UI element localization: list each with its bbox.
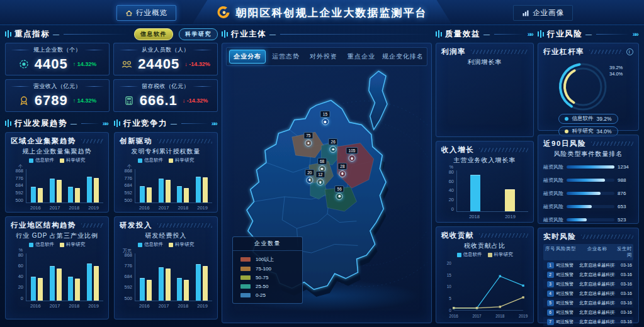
expand-more-icon[interactable]: »» (212, 119, 218, 127)
expand-more-icon[interactable]: »» (103, 119, 109, 127)
map-marker[interactable]: 75 (303, 132, 313, 147)
map-marker[interactable]: 105 (346, 147, 358, 162)
marker-value-tag: 20 (305, 169, 314, 176)
bar (147, 187, 152, 202)
table-row[interactable]: 3司法预警北京启迪卓越科技有限公司03-16 (543, 279, 633, 289)
tab-运营态势[interactable]: 运营态势 (268, 50, 303, 63)
legend-item: 信息软件 (138, 241, 163, 248)
tag-science-research[interactable]: 科学研究 (179, 28, 218, 40)
map-marker[interactable]: 12 (315, 171, 325, 186)
realtime-risk-table: 序号风险类型企业名称发生时间1司法预警北京启迪卓越科技有限公司03-162司法预… (543, 244, 633, 327)
marker-pin-icon (339, 170, 346, 177)
table-row[interactable]: 7司法预警北京启迪卓越科技有限公司03-16 (543, 317, 633, 326)
map-legend-swatch (240, 275, 251, 280)
kpi-value: 6789 (35, 92, 68, 109)
x-tick: 2018 (178, 205, 189, 211)
table-cell-no: 3 (545, 281, 556, 287)
kpi-delta: ↑ 14.32% (73, 61, 97, 67)
info-icon[interactable]: i (626, 48, 633, 55)
map-marker[interactable]: 56 (335, 186, 344, 200)
y-tick: 592 (124, 191, 132, 196)
nav-enterprise-portrait[interactable]: 企业画像 (513, 5, 573, 21)
marker-value-tag: 105 (346, 147, 358, 154)
map-marker[interactable]: 68 (317, 158, 327, 172)
expand-more-icon[interactable]: »» (528, 30, 534, 38)
legend-label: 信息软件 (463, 252, 482, 258)
nav-right-label: 企业画像 (533, 8, 564, 18)
table-row[interactable]: 4司法预警北京启迪卓越科技有限公司03-16 (543, 289, 633, 298)
bar-group (50, 179, 62, 202)
district-north-strip (369, 71, 387, 130)
table-row[interactable]: 6司法预警北京启迪卓越科技有限公司03-16 (543, 308, 633, 317)
table-row[interactable]: 2司法预警北京启迪卓越科技有限公司03-16 (543, 270, 633, 279)
gauge-legend: 信息软件39.2%科学研究34.0% (558, 114, 618, 136)
map-marker[interactable]: 28 (337, 163, 347, 177)
gear-icon (18, 58, 30, 70)
map-legend-label: 75-100 (256, 266, 271, 272)
marker-value-tag: 12 (315, 171, 325, 178)
bar-group (505, 189, 515, 211)
map-legend-label: 100以上 (256, 256, 274, 263)
hbar-row: 融资风险653 (543, 203, 633, 210)
hbar-value: 523 (618, 217, 633, 223)
marker-pin-icon (322, 118, 329, 125)
map-marker[interactable]: 15 (320, 111, 330, 125)
y-axis: 个868776684592500 (120, 169, 135, 203)
hbar-label: 融资风险 (543, 203, 563, 210)
kpi-delta-value: 14.32% (77, 97, 97, 104)
expand-more-icon[interactable]: »» (633, 30, 639, 38)
patent-chart: 发明专利累计授权数量信息软件科学研究个868776684592500201620… (120, 147, 212, 211)
key-indicators-header: 重点指标 — 信息软件 科学研究 (5, 28, 218, 40)
bar-group (31, 277, 43, 301)
gauge-legend-pill: 信息软件39.2% (558, 114, 618, 124)
table-row[interactable]: 1司法预警北京启迪卓越科技有限公司03-16 (543, 260, 633, 270)
legend-swatch (138, 158, 142, 163)
legend-label: 信息软件 (144, 157, 163, 164)
marker-pin-icon (317, 179, 324, 186)
table-cell-no: 2 (545, 272, 556, 278)
svg-text:2019: 2019 (519, 314, 528, 318)
svg-text:0: 0 (449, 308, 451, 313)
tag-info-software[interactable]: 信息软件 (134, 28, 173, 40)
tab-企业分布[interactable]: 企业分布 (229, 50, 266, 64)
x-tick: 2019 (197, 303, 208, 309)
realtime-risk-card: 实时风险 序号风险类型企业名称发生时间1司法预警北京启迪卓越科技有限公司03-1… (538, 228, 639, 323)
risk-panel-header: 行业风险 — »» (538, 28, 639, 40)
quality-column: 质量效益 — »» 利润率 利润增长率 收入增长 主营业务收入增长率%80604… (436, 28, 534, 323)
tab-重点企业[interactable]: 重点企业 (344, 50, 379, 63)
legend-label: 科学研究 (175, 241, 194, 248)
nav-industry-overview[interactable]: 行业概览 (116, 5, 176, 21)
plot-area (135, 169, 212, 203)
chart-title: 研发经费投入 (120, 231, 212, 240)
x-tick: 2016 (30, 303, 41, 309)
bar (50, 266, 55, 301)
y-tick: 868 (124, 253, 132, 258)
y-tick: 868 (124, 169, 132, 174)
bar (31, 187, 36, 202)
bar (196, 264, 201, 301)
legend-swatch (29, 158, 33, 163)
chart-body: %806040200 (441, 170, 528, 212)
section-bars-icon (5, 119, 11, 127)
chart-legend: 信息软件科学研究 (120, 157, 212, 164)
y-axis-unit: % (19, 248, 23, 252)
legend-item: 科学研究 (60, 157, 85, 164)
app-title-wrap: 朝阳区科创规上企业大数据监测平台 (192, 0, 453, 25)
x-tick: 2018 (178, 303, 189, 309)
kpi-card-employees: 从业人员数（人） 24405 ↓ -14.32% (113, 43, 218, 75)
map-legend-item: 25-50 (233, 282, 302, 291)
table-row[interactable]: 5司法预警北京启迪卓越科技有限公司03-16 (543, 298, 633, 308)
bar (196, 177, 201, 202)
tab-对外投资[interactable]: 对外投资 (306, 50, 341, 63)
map-marker[interactable]: 20 (305, 169, 314, 184)
table-cell-time: 03-16 (615, 291, 632, 296)
tab-规企变化排名[interactable]: 规企变化排名 (381, 50, 424, 63)
hbar-label: 融资风险 (543, 216, 563, 223)
hatch-decoration (81, 139, 103, 143)
map-marker[interactable]: 26 (329, 138, 338, 153)
hbar-track (567, 192, 614, 195)
hbar-track (567, 179, 614, 182)
legend-label: 科学研究 (66, 241, 85, 248)
x-tick: 2016 (139, 205, 150, 211)
kpi-card-tax: 留存税收（亿元） 666.1 ↓ -14.32% (113, 79, 218, 112)
